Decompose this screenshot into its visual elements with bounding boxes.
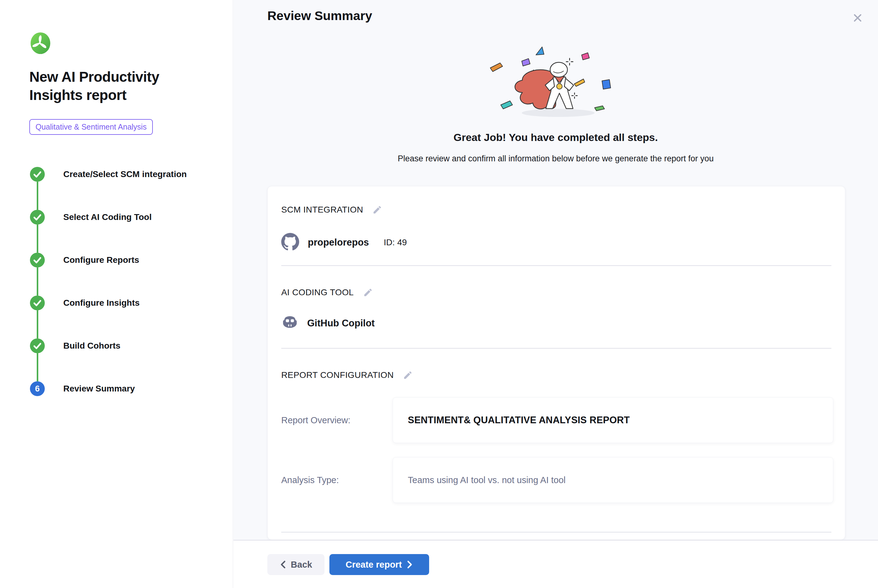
review-summary-panel: Review Summary [233,0,878,540]
wizard-sidebar: New AI Productivity Insights report Qual… [0,0,233,588]
github-icon [281,233,299,252]
step-label: Configure Insights [63,298,140,308]
analysis-type-value: Teams using AI tool vs. not using AI too… [408,475,565,485]
chevron-right-icon [406,560,413,569]
ai-coding-tool-label: AI CODING TOOL [281,288,354,297]
report-type-badge: Qualitative & Sentiment Analysis [29,119,153,135]
chevron-left-icon [280,560,287,569]
summary-card: SCM INTEGRATION propelorepos ID: 49 AI C… [268,186,845,540]
page-title: Review Summary [268,9,372,23]
ai-coding-tool-section-header: AI CODING TOOL [281,288,373,297]
section-divider [281,265,831,266]
edit-report-config-pencil-icon[interactable] [403,370,413,380]
scm-integration-section-header: SCM INTEGRATION [281,205,382,215]
step-label: Build Cohorts [63,341,120,351]
step-label: Create/Select SCM integration [63,170,187,179]
step-complete-check-icon [30,338,45,353]
copilot-icon [281,314,299,333]
scm-integration-id: ID: 49 [384,237,407,248]
step-label: Select AI Coding Tool [63,212,152,222]
propelo-logo-icon [30,32,51,55]
sidebar-step-create-select-scm[interactable]: Create/Select SCM integration [30,167,187,182]
footer-buttons: Back Create report [268,554,429,575]
sidebar-step-build-cohorts[interactable]: Build Cohorts [30,338,187,353]
congrats-heading: Great Job! You have completed all steps. [233,131,878,144]
sidebar-step-configure-reports[interactable]: Configure Reports [30,253,187,267]
step-label: Review Summary [63,384,135,394]
report-title: New AI Productivity Insights report [29,68,193,104]
back-button-label: Back [291,560,312,570]
scm-integration-value-row: propelorepos ID: 49 [281,232,407,252]
scm-integration-name: propelorepos [308,237,369,248]
close-icon[interactable] [851,11,864,25]
ai-coding-tool-name: GitHub Copilot [307,318,375,329]
step-number-badge: 6 [30,381,45,396]
section-divider [281,532,831,532]
step-complete-check-icon [30,296,45,310]
edit-ai-tool-pencil-icon[interactable] [363,288,373,297]
ai-coding-tool-value-row: GitHub Copilot [281,314,375,333]
sidebar-step-select-ai-tool[interactable]: Select AI Coding Tool [30,210,187,225]
wizard-footer: Back Create report [233,540,878,588]
scm-integration-label: SCM INTEGRATION [281,205,363,215]
report-overview-field-label: Report Overview: [281,398,389,443]
sidebar-step-configure-insights[interactable]: Configure Insights [30,296,187,310]
celebration-illustration [475,43,636,121]
back-button[interactable]: Back [268,554,325,575]
report-configuration-section-header: REPORT CONFIGURATION [281,370,413,380]
section-divider [281,348,831,349]
analysis-type-value-card: Teams using AI tool vs. not using AI too… [393,457,833,503]
create-report-button-label: Create report [346,560,401,570]
report-overview-value: SENTIMENT& QUALITATIVE ANALYSIS REPORT [408,415,630,426]
analysis-type-field-label: Analysis Type: [281,457,389,503]
edit-scm-pencil-icon[interactable] [372,205,382,215]
report-configuration-label: REPORT CONFIGURATION [281,370,394,380]
report-overview-value-card: SENTIMENT& QUALITATIVE ANALYSIS REPORT [393,398,833,443]
sidebar-step-review-summary[interactable]: 6 Review Summary [30,381,187,396]
step-complete-check-icon [30,253,45,267]
congrats-subheading: Please review and confirm all informatio… [233,154,878,164]
step-label: Configure Reports [63,255,139,265]
wizard-stepper: Create/Select SCM integration Select AI … [30,167,187,424]
create-report-button[interactable]: Create report [329,554,429,575]
step-complete-check-icon [30,210,45,225]
step-complete-check-icon [30,167,45,182]
